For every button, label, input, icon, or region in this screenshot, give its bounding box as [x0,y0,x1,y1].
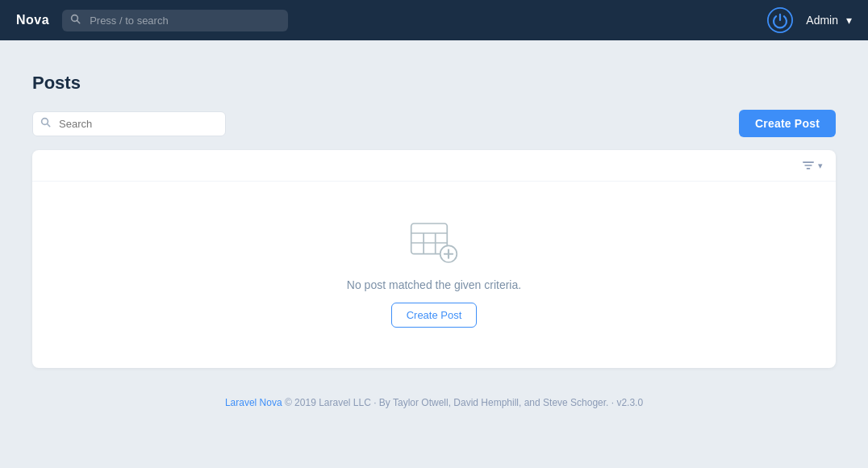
nova-power-icon [767,7,793,33]
table-card-header: ▾ [32,150,836,182]
user-chevron-icon: ▾ [846,14,852,27]
filter-button[interactable]: ▾ [802,160,823,171]
app-header: Nova Admin ▾ [0,0,868,40]
footer: Laravel Nova © 2019 Laravel LLC · By Tay… [0,384,868,421]
empty-state-icon [410,222,458,267]
filter-icon [802,160,815,171]
page-title: Posts [32,73,836,94]
global-search[interactable] [62,10,288,31]
search-box-icon [40,117,51,130]
svg-line-4 [48,124,50,127]
search-icon [70,14,81,27]
posts-search-input[interactable] [32,111,226,136]
create-post-button[interactable]: Create Post [739,110,836,137]
posts-table-card: ▾ No post matched the give [32,150,836,368]
user-menu[interactable]: Admin ▾ [806,14,852,27]
footer-copy: © 2019 Laravel LLC · By Taylor Otwell, D… [285,397,643,408]
empty-state: No post matched the given criteria. Crea… [32,182,836,368]
laravel-nova-link[interactable]: Laravel Nova [225,397,282,408]
toolbar: Create Post [32,110,836,137]
empty-create-post-button[interactable]: Create Post [391,303,478,328]
filter-chevron-icon: ▾ [818,161,823,171]
user-name: Admin [806,14,838,27]
empty-state-message: No post matched the given criteria. [347,278,521,291]
svg-line-1 [77,21,80,23]
global-search-input[interactable] [62,10,288,31]
posts-search[interactable] [32,111,226,136]
main-content: Posts Create Post ▾ [0,40,868,384]
app-logo: Nova [16,13,49,27]
